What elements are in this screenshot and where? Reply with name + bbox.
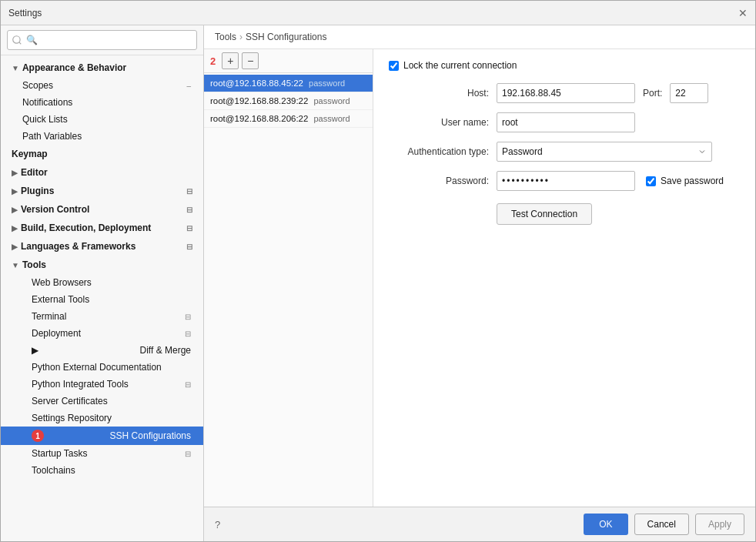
breadcrumb-current: SSH Configurations <box>246 32 326 42</box>
arrow-tools: ▼ <box>12 261 19 269</box>
vc-badge: ⊟ <box>186 206 192 214</box>
close-button[interactable]: ✕ <box>738 7 748 19</box>
arrow-build: ▶ <box>12 224 18 233</box>
sidebar-item-toolchains-label: Toolchains <box>32 465 75 476</box>
sidebar-item-python-integrated[interactable]: Python Integrated Tools ⊟ <box>1 376 203 393</box>
sidebar-group-vc-label: Version Control <box>21 204 89 215</box>
password-row: Password: Save password <box>389 171 740 191</box>
sidebar-item-path-variables-label: Path Variables <box>22 131 82 142</box>
sidebar-group-appearance[interactable]: ▼ Appearance & Behavior <box>1 59 203 77</box>
sidebar-item-path-variables[interactable]: Path Variables <box>1 128 203 145</box>
search-input[interactable] <box>7 30 197 50</box>
ssh-toolbar: 2 + − <box>204 49 373 73</box>
sidebar-item-terminal[interactable]: Terminal ⊟ <box>1 308 203 325</box>
sidebar-item-diff-merge[interactable]: ▶ Diff & Merge <box>1 342 203 359</box>
password-input[interactable] <box>497 171 635 191</box>
sidebar-item-server-certs[interactable]: Server Certificates <box>1 393 203 410</box>
save-password-checkbox[interactable] <box>646 176 656 186</box>
arrow-languages: ▶ <box>12 243 18 251</box>
arrow-plugins: ▶ <box>12 187 18 196</box>
panel-body: 2 + − root@192.168.88.45:22 password roo… <box>204 49 755 507</box>
sidebar-item-python-ext-docs-label: Python External Documentation <box>32 362 162 373</box>
auth-type-label: Authentication type: <box>389 146 489 157</box>
lock-row: Lock the current connection <box>389 60 740 71</box>
lock-checkbox[interactable] <box>389 61 399 71</box>
terminal-badge: ⊟ <box>185 313 191 321</box>
sidebar-group-plugins-label: Plugins <box>21 186 54 196</box>
sidebar-group-keymap-label: Keymap <box>12 149 48 159</box>
sidebar-item-startup-tasks-label: Startup Tasks <box>32 448 87 459</box>
sidebar-item-diff-merge-label: Diff & Merge <box>140 345 191 356</box>
sidebar-item-ssh-label: SSH Configurations <box>110 430 191 441</box>
sidebar-group-plugins[interactable]: ▶ Plugins ⊟ <box>1 182 203 200</box>
sidebar: ▼ Appearance & Behavior Scopes – Notific… <box>1 25 204 541</box>
ssh-entry-host-2: root@192.168.88.206:22 <box>210 114 308 123</box>
sidebar-item-toolchains[interactable]: Toolchains <box>1 462 203 479</box>
sidebar-group-editor[interactable]: ▶ Editor <box>1 163 203 182</box>
host-row: Host: Port: <box>389 83 740 103</box>
sidebar-group-tools[interactable]: ▼ Tools <box>1 256 203 274</box>
sidebar-item-scopes[interactable]: Scopes – <box>1 77 203 94</box>
settings-window: Settings ✕ ▼ Appearance & Behavior Scope… <box>0 0 756 542</box>
auth-type-row: Authentication type: Password Key pair (… <box>389 142 740 162</box>
ssh-entry-0[interactable]: root@192.168.88.45:22 password <box>204 75 373 92</box>
save-password-row: Save password <box>646 176 724 186</box>
sidebar-item-python-ext-docs[interactable]: Python External Documentation <box>1 359 203 376</box>
help-button[interactable]: ? <box>215 519 220 530</box>
sidebar-group-languages-label: Languages & Frameworks <box>21 241 135 252</box>
sidebar-item-deployment[interactable]: Deployment ⊟ <box>1 325 203 342</box>
sidebar-item-startup-tasks[interactable]: Startup Tasks ⊟ <box>1 445 203 462</box>
sidebar-item-quick-lists[interactable]: Quick Lists <box>1 111 203 128</box>
search-wrap <box>1 25 203 55</box>
ssh-entry-host-1: root@192.168.88.239:22 <box>210 96 308 105</box>
sidebar-item-terminal-label: Terminal <box>32 311 66 322</box>
scopes-badge: – <box>186 82 191 90</box>
test-connection-button[interactable]: Test Connection <box>497 203 592 225</box>
bottom-bar: ? OK Cancel Apply <box>204 507 755 541</box>
title-bar: Settings ✕ <box>1 1 755 25</box>
sidebar-list: ▼ Appearance & Behavior Scopes – Notific… <box>1 55 203 541</box>
sidebar-item-notifications[interactable]: Notifications <box>1 94 203 111</box>
add-ssh-button[interactable]: + <box>222 52 239 69</box>
arrow-appearance: ▼ <box>12 64 19 72</box>
sidebar-group-keymap[interactable]: Keymap <box>1 145 203 163</box>
auth-type-select[interactable]: Password Key pair (OpenSSH or PuTTY) Ope… <box>497 142 712 162</box>
breadcrumb: Tools › SSH Configurations <box>204 25 755 49</box>
host-input[interactable] <box>497 83 635 103</box>
sidebar-item-deployment-label: Deployment <box>32 328 81 339</box>
save-password-label[interactable]: Save password <box>661 176 724 186</box>
ssh-entry-2[interactable]: root@192.168.88.206:22 password <box>204 110 373 128</box>
deployment-badge: ⊟ <box>185 330 191 338</box>
ok-button[interactable]: OK <box>584 514 627 535</box>
startup-badge: ⊟ <box>185 450 191 458</box>
arrow-vc: ▶ <box>12 206 18 214</box>
lock-label[interactable]: Lock the current connection <box>403 60 517 71</box>
ssh-entry-host-0: root@192.168.88.45:22 <box>210 79 303 88</box>
breadcrumb-sep: › <box>239 32 243 42</box>
sidebar-group-tools-label: Tools <box>22 259 46 270</box>
apply-button[interactable]: Apply <box>695 514 744 535</box>
remove-ssh-button[interactable]: − <box>242 52 259 69</box>
sidebar-item-web-browsers-label: Web Browsers <box>32 277 92 288</box>
username-input[interactable] <box>497 112 635 132</box>
toolbar-number: 2 <box>210 55 216 67</box>
sidebar-item-scopes-label: Scopes <box>22 80 53 91</box>
port-input[interactable] <box>670 83 708 103</box>
sidebar-item-ssh-configurations[interactable]: 1 SSH Configurations <box>1 427 203 445</box>
username-row: User name: <box>389 112 740 132</box>
sidebar-group-version-control[interactable]: ▶ Version Control ⊟ <box>1 200 203 219</box>
languages-badge: ⊟ <box>186 243 192 251</box>
username-label: User name: <box>389 117 489 128</box>
ssh-entry-type-2: password <box>311 114 350 123</box>
sidebar-group-build[interactable]: ▶ Build, Execution, Deployment ⊟ <box>1 219 203 237</box>
sidebar-item-settings-repo[interactable]: Settings Repository <box>1 410 203 427</box>
ssh-list-panel: 2 + − root@192.168.88.45:22 password roo… <box>204 49 373 507</box>
test-connection-wrap: Test Connection <box>389 200 740 225</box>
sidebar-item-web-browsers[interactable]: Web Browsers <box>1 274 203 291</box>
cancel-button[interactable]: Cancel <box>634 514 689 535</box>
sidebar-group-languages[interactable]: ▶ Languages & Frameworks ⊟ <box>1 237 203 256</box>
plugins-badge: ⊟ <box>186 187 192 196</box>
sidebar-item-external-tools[interactable]: External Tools <box>1 291 203 308</box>
sidebar-item-notifications-label: Notifications <box>22 97 72 108</box>
ssh-entry-1[interactable]: root@192.168.88.239:22 password <box>204 92 373 110</box>
